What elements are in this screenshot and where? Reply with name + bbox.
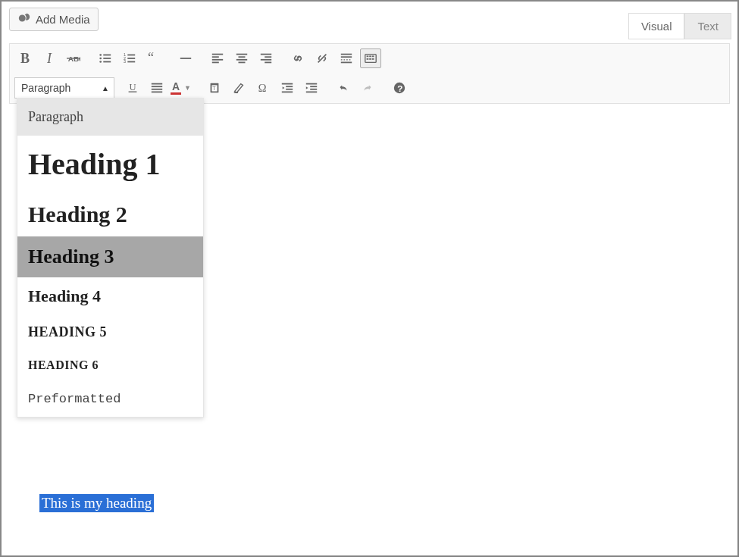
media-icon — [17, 11, 31, 27]
format-select[interactable]: Paragraph ▲ — [14, 77, 114, 99]
chevron-down-icon: ▼ — [182, 84, 193, 92]
special-char-button[interactable]: Ω — [252, 78, 274, 98]
italic-button[interactable]: I — [39, 48, 60, 68]
svg-rect-44 — [152, 89, 162, 90]
format-option-h6[interactable]: Heading 6 — [17, 349, 203, 381]
format-dropdown: Paragraph Heading 1 Heading 2 Heading 3 … — [17, 98, 204, 418]
svg-rect-5 — [103, 55, 111, 56]
svg-rect-58 — [306, 92, 317, 93]
svg-text:“: “ — [148, 52, 154, 65]
svg-rect-20 — [236, 54, 247, 55]
chevron-up-icon: ▲ — [102, 84, 109, 92]
svg-rect-21 — [239, 56, 246, 58]
svg-rect-35 — [369, 55, 371, 57]
svg-rect-36 — [372, 55, 374, 57]
svg-text:Ω: Ω — [258, 82, 267, 94]
align-left-button[interactable] — [207, 48, 228, 68]
format-select-label: Paragraph — [21, 82, 70, 94]
underline-button[interactable]: U — [122, 78, 143, 98]
format-option-h4[interactable]: Heading 4 — [17, 277, 203, 315]
svg-rect-22 — [236, 59, 247, 61]
svg-point-3 — [99, 58, 102, 60]
svg-rect-7 — [103, 61, 111, 63]
blockquote-button[interactable]: “ — [143, 48, 164, 68]
svg-rect-37 — [367, 58, 369, 60]
undo-button[interactable] — [333, 78, 354, 98]
svg-text:?: ? — [397, 83, 402, 93]
clear-formatting-button[interactable] — [228, 78, 249, 98]
svg-text:3: 3 — [124, 59, 126, 64]
paste-text-button[interactable]: T — [204, 78, 225, 98]
format-option-paragraph[interactable]: Paragraph — [17, 99, 203, 136]
svg-rect-24 — [261, 54, 271, 55]
svg-rect-30 — [341, 56, 352, 58]
unlink-button[interactable] — [312, 48, 333, 68]
toolbar-toggle-button[interactable] — [360, 48, 381, 68]
editor-window: Add Media Visual Text B I ABC 123 “ — [0, 0, 739, 557]
svg-rect-34 — [367, 55, 369, 57]
svg-rect-51 — [282, 83, 293, 85]
justify-button[interactable] — [146, 78, 167, 98]
svg-rect-27 — [265, 62, 271, 64]
bold-button[interactable]: B — [14, 48, 36, 68]
svg-rect-6 — [103, 58, 111, 59]
tab-visual[interactable]: Visual — [628, 13, 685, 39]
svg-rect-18 — [212, 59, 223, 61]
svg-point-2 — [99, 54, 102, 56]
svg-text:T: T — [212, 85, 216, 92]
svg-rect-56 — [310, 86, 317, 87]
add-media-label: Add Media — [36, 13, 90, 26]
help-button[interactable]: ? — [389, 78, 410, 98]
format-option-h5[interactable]: Heading 5 — [17, 315, 203, 349]
text-color-icon: A — [171, 81, 181, 95]
tab-text[interactable]: Text — [684, 13, 731, 39]
svg-rect-13 — [127, 61, 135, 63]
svg-rect-26 — [261, 59, 271, 61]
redo-button[interactable] — [357, 78, 378, 98]
svg-rect-39 — [372, 58, 374, 60]
indent-button[interactable] — [301, 78, 322, 98]
svg-rect-23 — [239, 62, 246, 64]
add-media-button[interactable]: Add Media — [9, 8, 99, 31]
horizontal-rule-button[interactable] — [175, 48, 196, 68]
svg-rect-15 — [180, 58, 191, 59]
svg-rect-19 — [212, 62, 219, 64]
format-option-preformatted[interactable]: Preformatted — [17, 381, 203, 417]
toolbar-row-1: B I ABC 123 “ — [10, 44, 729, 73]
svg-rect-57 — [310, 89, 317, 90]
svg-text:U: U — [130, 82, 136, 92]
link-button[interactable] — [287, 48, 308, 68]
svg-rect-45 — [152, 92, 162, 93]
svg-rect-29 — [341, 54, 352, 55]
format-option-h3[interactable]: Heading 3 — [17, 236, 203, 277]
text-color-button[interactable]: A ▼ — [171, 81, 193, 95]
strikethrough-button[interactable]: ABC — [63, 48, 84, 68]
svg-rect-53 — [286, 89, 293, 90]
editor-tabs: Visual Text — [628, 12, 731, 39]
svg-rect-11 — [127, 55, 135, 56]
outdent-button[interactable] — [277, 78, 298, 98]
format-option-h2[interactable]: Heading 2 — [17, 192, 203, 236]
svg-rect-55 — [306, 83, 317, 85]
bullet-list-button[interactable] — [95, 48, 116, 68]
svg-rect-43 — [152, 86, 162, 87]
read-more-button[interactable] — [336, 48, 357, 68]
svg-rect-52 — [286, 86, 293, 87]
svg-rect-16 — [212, 54, 223, 55]
topbar: Add Media Visual Text — [2, 2, 737, 39]
toolbar: B I ABC 123 “ — [9, 43, 730, 104]
numbered-list-button[interactable]: 123 — [119, 48, 140, 68]
align-right-button[interactable] — [255, 48, 277, 68]
svg-point-4 — [99, 61, 102, 63]
align-center-button[interactable] — [231, 48, 252, 68]
svg-rect-25 — [265, 56, 271, 58]
svg-rect-32 — [341, 62, 352, 64]
svg-rect-42 — [152, 83, 162, 85]
selected-text[interactable]: This is my heading — [39, 494, 154, 512]
format-option-h1[interactable]: Heading 1 — [17, 136, 203, 192]
svg-rect-17 — [212, 56, 219, 58]
svg-rect-38 — [369, 58, 371, 60]
svg-rect-12 — [127, 58, 135, 59]
svg-rect-54 — [282, 92, 293, 93]
svg-rect-41 — [129, 92, 137, 92]
